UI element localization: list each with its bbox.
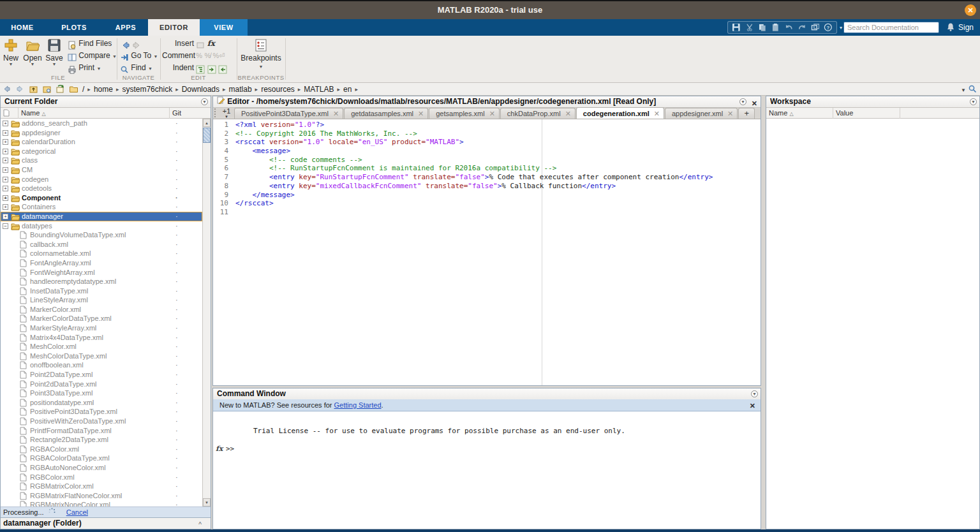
workspace-body[interactable] [766, 119, 979, 529]
tree-item-RGBMatrixFlatNoneColor.xml[interactable]: RGBMatrixFlatNoneColor.xml· [1, 491, 202, 501]
tree-item-RGBAutoNoneColor.xml[interactable]: RGBAutoNoneColor.xml· [1, 463, 202, 473]
tree-item-PositivePoint3DataType.xml[interactable]: PositivePoint3DataType.xml· [1, 407, 202, 417]
path-search-icon[interactable] [968, 84, 977, 96]
expand-toggle-icon[interactable]: + [3, 204, 8, 210]
tree-item-class[interactable]: +class· [1, 156, 202, 165]
up-one-level-icon[interactable] [29, 84, 38, 94]
uncomment-icon[interactable]: %̸ [204, 52, 211, 59]
command-window-output[interactable]: Trial License -- for use to evaluate pro… [213, 411, 761, 529]
sign-in-link[interactable]: Sign In [958, 19, 980, 36]
breadcrumb-segment[interactable]: system76chick [122, 85, 172, 94]
breadcrumb-segment[interactable]: home [94, 85, 113, 94]
refresh-icon[interactable] [56, 84, 65, 94]
tree-item-categorical[interactable]: +categorical· [1, 147, 202, 156]
tree-item-colornametable.xml[interactable]: colornametable.xml· [1, 249, 202, 258]
open-button[interactable]: Open▼ [22, 38, 43, 66]
scroll-up-icon[interactable]: ▲ [203, 119, 211, 127]
tree-item-datamanager[interactable]: +datamanager· [1, 212, 202, 221]
tree-item-Point3DataType.xml[interactable]: Point3DataType.xml· [1, 388, 202, 398]
breadcrumb-segment[interactable]: matlab [229, 85, 252, 94]
editor-tab[interactable]: getsamples.xml✕ [429, 108, 500, 119]
breakpoints-button[interactable] [250, 38, 272, 54]
paste-icon[interactable] [771, 23, 780, 32]
breadcrumb-segment[interactable]: MATLAB [304, 85, 334, 94]
tree-item-InsetDataType.xml[interactable]: InsetDataType.xml· [1, 286, 202, 296]
tree-item-MarkerStyleArray.xml[interactable]: MarkerStyleArray.xml· [1, 323, 202, 333]
ws-value-column-header[interactable]: Value [833, 108, 900, 119]
tree-item-handleoremptydatatype.xml[interactable]: handleoremptydatatype.xml· [1, 277, 202, 286]
comment-percent-icon[interactable]: % [196, 52, 202, 59]
tree-item-callback.xml[interactable]: callback.xml· [1, 240, 202, 249]
new-button[interactable]: New▼ [0, 38, 22, 66]
tree-item-calendarDuration[interactable]: +calendarDuration· [1, 137, 202, 147]
breadcrumb-segment[interactable]: / [82, 85, 84, 94]
go-to-button[interactable]: Go To ▼ [120, 50, 158, 61]
wrap-comments-icon[interactable]: %⏎ [213, 52, 225, 59]
copy-icon[interactable] [758, 23, 767, 32]
find-files-button[interactable]: Find Files [68, 38, 112, 49]
tree-item-PrintfFormatDataType.xml[interactable]: PrintfFormatDataType.xml· [1, 426, 202, 436]
expand-toggle-icon[interactable]: + [3, 214, 8, 219]
command-window-menu-icon[interactable]: ▼ [751, 390, 758, 397]
compare-button[interactable]: Compare ▼ [68, 50, 117, 61]
scroll-down-icon[interactable]: ▼ [203, 498, 211, 506]
insert-section-icon[interactable] [196, 40, 205, 48]
cancel-link[interactable]: Cancel [66, 508, 88, 516]
tab-close-icon[interactable]: ✕ [727, 108, 733, 119]
breadcrumb-segment[interactable]: en [343, 85, 352, 94]
switch-window-icon[interactable] [811, 23, 820, 32]
getting-started-link[interactable]: Getting Started [334, 401, 382, 409]
tree-item-Point2dDataType.xml[interactable]: Point2dDataType.xml· [1, 380, 202, 389]
tree-item-Component[interactable]: +Component· [1, 193, 202, 203]
tree-item-codetools[interactable]: +codetools· [1, 184, 202, 193]
ribbon-tab-view[interactable]: VIEW [200, 19, 248, 36]
editor-tab[interactable]: codegeneration.xml✕ [576, 107, 664, 119]
save-button[interactable]: Save▼ [43, 38, 65, 66]
search-documentation-input[interactable]: Search Documentation [843, 22, 939, 33]
browse-folder-icon[interactable] [42, 84, 52, 94]
plus-one-indicator[interactable]: +1▼ [219, 107, 234, 118]
path-dropdown-icon[interactable]: ▼ [961, 87, 966, 93]
insert-fx-icon[interactable]: fx [207, 39, 215, 48]
tree-item-RGBMatrixColor.xml[interactable]: RGBMatrixColor.xml· [1, 482, 202, 491]
tree-scrollbar[interactable]: ▲ ▼ [202, 119, 211, 506]
tree-item-RGBAColorDataType.xml[interactable]: RGBAColorDataType.xml· [1, 454, 202, 463]
notifications-bell-icon[interactable] [946, 22, 955, 34]
editor-tab[interactable]: appdesigner.xml✕ [665, 108, 738, 119]
expand-toggle-icon[interactable]: + [3, 167, 8, 173]
editor-tab[interactable]: getdatasamples.xml✕ [344, 108, 428, 119]
indent-right-icon[interactable] [207, 64, 216, 73]
tab-close-icon[interactable]: ✕ [418, 108, 424, 119]
tree-item-MeshColorDataType.xml[interactable]: MeshColorDataType.xml· [1, 351, 202, 361]
name-column-header[interactable]: Name △ [19, 108, 170, 119]
tree-item-CM[interactable]: +CM· [1, 165, 202, 175]
indent-button[interactable]: Indent [168, 62, 235, 73]
banner-close-icon[interactable]: ✕ [750, 400, 755, 411]
tree-item-positiondatatype.xml[interactable]: positiondatatype.xml· [1, 398, 202, 408]
new-tab-button[interactable]: + [738, 108, 755, 119]
tree-item-RGBAColor.xml[interactable]: RGBAColor.xml· [1, 445, 202, 454]
scrollbar-thumb[interactable] [203, 128, 211, 143]
tree-item-Rectangle2DataType.xml[interactable]: Rectangle2DataType.xml· [1, 435, 202, 445]
tab-close-icon[interactable]: ✕ [654, 108, 660, 119]
forward-icon[interactable] [15, 84, 25, 94]
expand-toggle-icon[interactable]: + [3, 121, 8, 126]
print-button[interactable]: Print ▼ [68, 62, 101, 73]
expand-toggle-icon[interactable]: + [3, 158, 8, 163]
tree-item-Matrix4x4DataType.xml[interactable]: Matrix4x4DataType.xml· [1, 333, 202, 343]
expand-toggle-icon[interactable]: + [3, 149, 8, 154]
ribbon-tab-editor[interactable]: EDITOR [148, 19, 200, 36]
tree-item-addons_search_path[interactable]: +addons_search_path· [1, 119, 202, 128]
ribbon-tab-home[interactable]: HOME [0, 19, 45, 36]
tree-item-LineStyleArray.xml[interactable]: LineStyleArray.xml· [1, 295, 202, 305]
help-icon[interactable]: ? [824, 23, 833, 32]
tree-item-codegen[interactable]: +codegen· [1, 175, 202, 184]
collapse-details-icon[interactable]: ^ [198, 519, 202, 530]
comment-button[interactable]: Comment % %̸ %⏎ [162, 50, 235, 61]
tree-item-Point2DataType.xml[interactable]: Point2DataType.xml· [1, 370, 202, 380]
code-editor[interactable]: 1234567891011 <?xml version="1.0"?><!-- … [213, 119, 761, 385]
ws-name-column-header[interactable]: Name △ [766, 108, 833, 119]
tree-item-onoffboolean.xml[interactable]: onoffboolean.xml· [1, 360, 202, 370]
workspace-menu-icon[interactable]: ▼ [970, 98, 977, 105]
cut-icon[interactable] [745, 23, 754, 32]
